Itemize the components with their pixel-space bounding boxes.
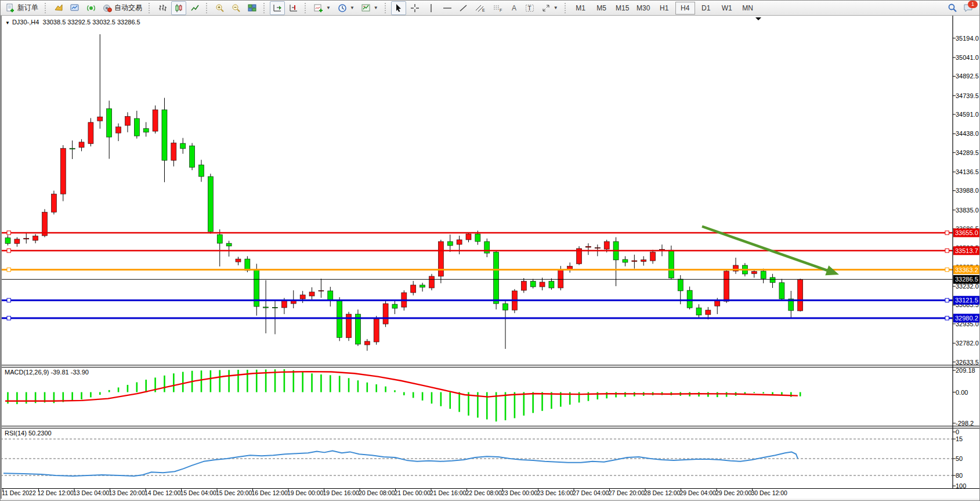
svg-text:80: 80 (956, 472, 963, 479)
chat-button[interactable]: 1 (963, 3, 974, 13)
line-handle[interactable] (945, 231, 949, 235)
svg-text:35194.0: 35194.0 (956, 35, 979, 42)
line-handle[interactable] (945, 316, 949, 320)
svg-text:23 Dec 16:00: 23 Dec 16:00 (537, 489, 574, 496)
period-button-M15[interactable]: M15 (613, 2, 632, 15)
text-tool-button[interactable]: A (507, 1, 521, 15)
line-handle[interactable] (7, 316, 10, 320)
svg-text:209.18: 209.18 (956, 367, 975, 374)
svg-text:27 Dec 20:00: 27 Dec 20:00 (609, 489, 645, 496)
gold-chart-icon (54, 3, 63, 13)
svg-text:35041.0: 35041.0 (956, 54, 979, 61)
svg-text:33835.0: 33835.0 (956, 207, 979, 214)
period-button-M1[interactable]: M1 (571, 2, 591, 15)
svg-text:F: F (500, 8, 502, 12)
periods-dropdown-caret: ▼ (350, 5, 355, 10)
svg-text:A: A (512, 4, 516, 12)
svg-text:33513.7: 33513.7 (955, 247, 978, 254)
candlestick-mode-button[interactable] (171, 1, 186, 15)
market-watch-button[interactable] (51, 1, 66, 15)
svg-text:34289.5: 34289.5 (956, 149, 979, 156)
svg-text:29 Dec 20:00: 29 Dec 20:00 (715, 489, 752, 496)
svg-text:34136.5: 34136.5 (956, 168, 979, 175)
line-handle[interactable] (7, 249, 10, 253)
vertical-line-tool-button[interactable] (424, 1, 439, 15)
crosshair-icon (410, 3, 420, 13)
periods-button[interactable]: ▼ (335, 1, 357, 15)
zoom-out-button[interactable] (229, 1, 244, 15)
zoom-out-icon (232, 3, 241, 13)
period-button-M30[interactable]: M30 (634, 2, 653, 15)
period-button-W1[interactable]: W1 (717, 2, 737, 15)
line-handle[interactable] (945, 298, 949, 302)
svg-text:29 Dec 04:00: 29 Dec 04:00 (680, 489, 717, 496)
svg-text:-298.2: -298.2 (956, 420, 974, 427)
chart-shift-button[interactable] (286, 1, 301, 15)
rsi-indicator-label: RSI(14) 50.2300 (5, 430, 52, 437)
bar-chart-mode-button[interactable] (155, 1, 170, 15)
template-icon (361, 3, 371, 13)
svg-text:33655.0: 33655.0 (955, 229, 978, 236)
arrows-tool-button[interactable]: ▼ (538, 1, 561, 15)
svg-text:34739.5: 34739.5 (956, 92, 979, 99)
line-chart-mode-button[interactable] (187, 1, 202, 15)
svg-text:11 Dec 2022: 11 Dec 2022 (2, 489, 36, 496)
toolbar: 新订单 自动交易 (1, 1, 980, 16)
svg-text:27 Dec 04:00: 27 Dec 04:00 (573, 489, 609, 496)
period-button-D1[interactable]: D1 (696, 2, 716, 15)
svg-text:28 Dec 12:00: 28 Dec 12:00 (644, 489, 681, 496)
period-button-MN[interactable]: MN (738, 2, 758, 15)
chart-canvas[interactable]: 35194.035041.034892.534739.534591.034438… (1, 1, 980, 501)
line-handle[interactable] (7, 298, 10, 302)
svg-text:0: 0 (956, 428, 959, 435)
timeframe-group: M1M5M15M30H1H4D1W1MN (571, 2, 758, 15)
chart-title: ▼DJ30-,H4 33038.5 33292.5 33032.5 33286.… (5, 19, 140, 26)
svg-text:13 Dec 04:00: 13 Dec 04:00 (73, 489, 110, 496)
terminal-icon (70, 3, 79, 13)
price-badge-33363.2: 33363.2 (953, 265, 980, 274)
auto-scroll-button[interactable] (270, 1, 285, 15)
template-button[interactable]: ▼ (359, 1, 381, 15)
tile-windows-button[interactable] (245, 1, 260, 15)
cursor-icon (394, 3, 403, 13)
horizontal-line-tool-button[interactable] (440, 1, 455, 15)
period-button-H1[interactable]: H1 (654, 2, 674, 15)
add-indicator-button[interactable]: ▼ (311, 1, 334, 15)
svg-text:100: 100 (956, 482, 966, 489)
bar-mode-icon (158, 3, 167, 13)
search-icon[interactable] (948, 3, 957, 13)
price-badge-33655.0: 33655.0 (953, 229, 980, 237)
macd-indicator-label: MACD(12,26,9) -39.81 -33.90 (5, 369, 89, 376)
line-handle[interactable] (7, 231, 10, 235)
indicator-dropdown-caret: ▼ (326, 5, 331, 10)
line-handle[interactable] (945, 249, 949, 253)
svg-text:20 Dec 08:00: 20 Dec 08:00 (359, 489, 395, 496)
svg-text:E: E (482, 8, 485, 12)
terminal-button[interactable] (67, 1, 82, 15)
period-button-H4[interactable]: H4 (675, 2, 695, 15)
new-order-button[interactable]: 新订单 (3, 1, 41, 15)
arrows-icon (541, 3, 551, 13)
collapse-triangle-icon[interactable]: ▼ (5, 20, 10, 26)
price-badge-33286.5: 33286.5 (953, 275, 980, 284)
period-button-M5[interactable]: M5 (592, 2, 612, 15)
trendline-tool-button[interactable] (456, 1, 471, 15)
trendline-icon (459, 3, 468, 13)
channel-tool-button[interactable]: E (472, 1, 489, 15)
zoom-in-button[interactable] (212, 1, 227, 15)
signals-button[interactable] (84, 1, 99, 15)
svg-text:33232.0: 33232.0 (956, 283, 979, 290)
chart-shift-icon (289, 3, 298, 13)
auto-trading-button[interactable]: 自动交易 (100, 1, 145, 15)
fibonacci-tool-button[interactable]: F (490, 1, 506, 15)
crosshair-tool-button[interactable] (407, 1, 422, 15)
line-handle[interactable] (7, 268, 10, 271)
line-handle[interactable] (945, 268, 949, 271)
symbol-period-label: DJ30-,H4 (12, 19, 39, 26)
svg-text:30 Dec 12:00: 30 Dec 12:00 (751, 489, 788, 496)
signal-icon (86, 3, 96, 13)
vertical-line-icon (426, 3, 436, 13)
cursor-tool-button[interactable] (391, 1, 406, 15)
text-label-tool-button[interactable]: T (522, 1, 537, 15)
svg-text:50: 50 (956, 455, 963, 462)
